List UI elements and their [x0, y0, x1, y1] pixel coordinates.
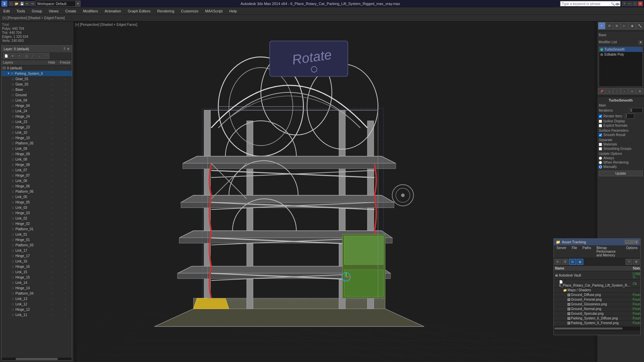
layer-item[interactable]: ◻Hinge_23—— — [2, 124, 72, 130]
open-file-btn[interactable]: 📂 — [14, 1, 19, 6]
search-btn[interactable]: 🔍 — [611, 2, 615, 6]
viewport-3d[interactable]: [+] [Perspective] [Shaded + Edged Faces] — [74, 21, 597, 362]
at-table-row[interactable]: 🖼Ground_Normal.pngFound — [554, 307, 640, 311]
at-maximize-btn[interactable]: □ — [630, 240, 634, 244]
layer-item[interactable]: ◻Link_10—— — [2, 130, 72, 135]
menu-item-animation[interactable]: Animation — [101, 7, 124, 14]
layer-item[interactable]: ◻Link_01—— — [2, 232, 72, 237]
layer-item[interactable]: ◻Hinge_10—— — [2, 135, 72, 140]
layer-item[interactable]: ◻Link_05—— — [2, 194, 72, 199]
search-input[interactable] — [560, 1, 611, 6]
menu-item-maxscript[interactable]: MAXScript — [202, 7, 226, 14]
layer-select-btn[interactable]: ◻ — [23, 53, 29, 59]
workspace-dropdown-arrow[interactable]: ▼ — [76, 1, 80, 7]
layer-item[interactable]: ◻Base—— — [2, 87, 72, 92]
menu-item-tools[interactable]: Tools — [13, 7, 29, 14]
layer-item[interactable]: ◻Hinge_12—— — [2, 307, 72, 312]
layer-item[interactable]: ◻Hinge_04—— — [2, 103, 72, 108]
layer-item[interactable]: ◻Gear_01—— — [2, 76, 72, 81]
layer-item[interactable]: ◻Link_23—— — [2, 119, 72, 124]
update-btn[interactable]: Update — [599, 171, 643, 176]
layer-item[interactable]: ◻Link_13—— — [2, 296, 72, 301]
layer-item[interactable]: ◻Hinge_14—— — [2, 285, 72, 291]
layer-item[interactable]: ▼⊞Parking_System_6—— — [2, 71, 72, 76]
search-box[interactable]: 🔍 ◀ ▶ — [560, 1, 621, 6]
mod-up-btn[interactable]: ↑ — [613, 88, 621, 94]
smooth-result-checkbox[interactable] — [599, 133, 602, 137]
layer-item[interactable]: ◻Gear_02—— — [2, 81, 72, 87]
render-iters-input[interactable] — [624, 114, 634, 119]
hierarchy-btn[interactable]: ⊞ — [613, 22, 621, 29]
layer-item[interactable]: ◻Link_04—— — [2, 98, 72, 103]
at-close-btn[interactable]: ✕ — [634, 240, 638, 244]
layer-btn6[interactable]: ⋯ — [43, 53, 49, 59]
menu-item-create[interactable]: Create — [62, 7, 79, 14]
layer-item[interactable]: ◻Hinge_03—— — [2, 210, 72, 216]
mod-show-btn[interactable]: ⊙ — [629, 88, 636, 94]
layer-item[interactable]: ◻Link_02—— — [2, 216, 72, 221]
smoothing-groups-checkbox[interactable] — [599, 147, 602, 150]
at-table-row[interactable]: 🖼Ground_Diffuse.pngFound — [554, 293, 640, 297]
at-tree-btn[interactable]: ⊞ — [569, 259, 576, 265]
layer-item[interactable]: ◻Hinge_05—— — [2, 199, 72, 205]
layer-item[interactable]: ◻Hinge_09—— — [2, 151, 72, 157]
layer-close-btn[interactable]: ✕ — [67, 47, 70, 51]
layer-item[interactable]: ◻Hinge_24—— — [2, 114, 72, 119]
menu-item-rendering[interactable]: Rendering — [154, 7, 178, 14]
iterations-input[interactable] — [629, 108, 643, 113]
search-fwd-btn[interactable]: ▶ — [618, 2, 620, 6]
layer-delete-btn[interactable]: ✕ — [10, 53, 16, 59]
at-table-row[interactable]: 🖼Ground_Specular.pngFound — [554, 311, 640, 316]
layer-item[interactable]: ◻Hinge_15—— — [2, 275, 72, 280]
search-back-btn[interactable]: ◀ — [615, 2, 618, 6]
layer-item[interactable]: ◻Link_09—— — [2, 146, 72, 151]
layer-item[interactable]: ◻Link_03—— — [2, 205, 72, 210]
at-table-row[interactable]: 🏛Autodesk VaultLogged O... — [554, 271, 640, 280]
workspace-selector[interactable]: ▼ — [36, 1, 80, 7]
at-menu-paths[interactable]: Paths — [580, 245, 594, 258]
layer-item[interactable]: ◻Platform_06—— — [2, 189, 72, 194]
layer-move-btn[interactable]: ↑ — [30, 53, 36, 59]
menu-item-edit[interactable]: Edit — [0, 7, 13, 14]
layer-item[interactable]: ◻Platform_05—— — [2, 140, 72, 146]
modifier-dropdown-btn[interactable]: ▼ — [639, 41, 643, 45]
display-btn[interactable]: ◉ — [629, 22, 636, 29]
mod-pin-btn[interactable]: 📌 — [598, 88, 605, 94]
menu-item-group[interactable]: Group — [29, 7, 46, 14]
layer-item[interactable]: ◻Link_15—— — [2, 269, 72, 275]
at-list-btn[interactable]: ☰ — [562, 259, 569, 265]
at-menu-options[interactable]: Options — [624, 245, 640, 258]
mod-cfg-btn[interactable]: ⚙ — [636, 88, 643, 94]
materials-checkbox[interactable] — [599, 143, 602, 146]
layer-item[interactable]: ◻Link_16—— — [2, 258, 72, 264]
layer-item[interactable]: ◻Link_14—— — [2, 280, 72, 285]
utility-btn[interactable]: 🔧 — [636, 22, 643, 29]
modify-btn[interactable]: ⚙ — [606, 22, 613, 29]
layer-new-btn[interactable]: 📄 — [3, 53, 9, 59]
undo-btn[interactable]: ↩ — [25, 1, 30, 6]
layer-item[interactable]: ◻Link_06—— — [2, 178, 72, 183]
at-table-row[interactable]: 📁Maps / Shaders — [554, 288, 640, 293]
manually-radio[interactable] — [599, 165, 602, 169]
at-menu-server[interactable]: Server — [554, 245, 569, 258]
layer-help-btn[interactable]: ? — [63, 47, 65, 51]
layer-item[interactable]: ◻Platform_01—— — [2, 226, 72, 232]
workspace-input[interactable] — [36, 1, 76, 7]
layer-item[interactable]: ◻Link_17—— — [2, 248, 72, 253]
layer-btn5[interactable]: ↓ — [37, 53, 43, 59]
when-rendering-radio[interactable] — [599, 161, 602, 164]
layer-item[interactable]: ◻Link_24—— — [2, 108, 72, 114]
at-menu-bitmap-performance-and-memory[interactable]: Bitmap Performance and Memory — [594, 245, 623, 258]
isoline-checkbox[interactable] — [599, 120, 602, 123]
at-menu-file[interactable]: File — [569, 245, 580, 258]
at-detail-btn[interactable]: ▦ — [577, 259, 583, 265]
menu-item-customize[interactable]: Customize — [178, 7, 202, 14]
mod-down-btn[interactable]: ↓ — [621, 88, 628, 94]
layer-item[interactable]: ◻Link_08—— — [2, 157, 72, 162]
at-scrollbar[interactable] — [554, 326, 640, 330]
at-table-row[interactable]: 🖼Parking_System_6_Diffuse.pngFound — [554, 316, 640, 321]
motion-btn[interactable]: ▷ — [621, 22, 628, 29]
close-btn[interactable]: ✕ — [638, 1, 643, 6]
layer-add-btn[interactable]: + — [16, 53, 22, 59]
layer-item[interactable]: ◻Hinge_02—— — [2, 221, 72, 226]
